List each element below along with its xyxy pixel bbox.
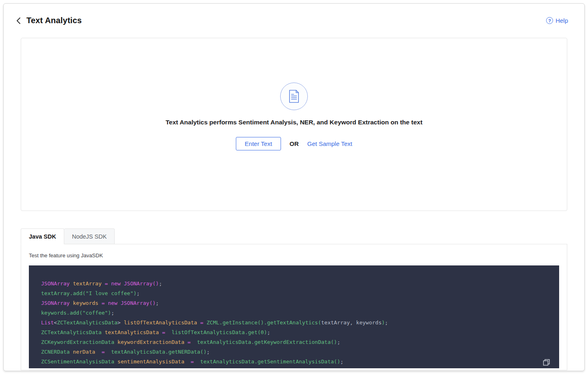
- tab-java-sdk[interactable]: Java SDK: [21, 228, 64, 244]
- tab-nodejs-sdk[interactable]: NodeJS SDK: [64, 228, 115, 244]
- feature-description: Text Analytics performs Sentiment Analys…: [21, 119, 567, 126]
- code-line: ZCTextAnalyticsData textAnalyticsData = …: [41, 328, 547, 337]
- code-line: List<ZCTextAnalyticsData> listOfTextAnal…: [41, 318, 547, 328]
- code-line: JSONArray textArray = new JSONArray();: [41, 279, 547, 289]
- sdk-panel: Test the feature using JavaSDK JSONArray…: [21, 244, 567, 370]
- help-label: Help: [555, 17, 568, 24]
- code-line: ZCKeywordExtractionData keywordExtractio…: [41, 337, 547, 347]
- or-label: OR: [290, 140, 299, 147]
- actions-row: Enter Text OR Get Sample Text: [21, 137, 567, 150]
- code-line: ZCNERData nerData = textAnalyticsData.ge…: [41, 347, 547, 357]
- chevron-left-icon: [16, 17, 21, 24]
- get-sample-text-link[interactable]: Get Sample Text: [307, 140, 353, 147]
- text-input-card: Text Analytics performs Sentiment Analys…: [21, 38, 567, 211]
- header: Text Analytics ? Help: [4, 4, 584, 25]
- enter-text-button[interactable]: Enter Text: [236, 137, 281, 150]
- code-content: JSONArray textArray = new JSONArray();te…: [41, 279, 547, 367]
- code-line: ZCSentimentAnalysisData sentimentAnalysi…: [41, 357, 547, 367]
- help-icon: ?: [546, 17, 553, 24]
- code-block: JSONArray textArray = new JSONArray();te…: [29, 265, 559, 368]
- sdk-tabs: Java SDK NodeJS SDK: [21, 228, 567, 244]
- help-link[interactable]: ? Help: [546, 17, 568, 24]
- document-icon: [280, 83, 308, 110]
- code-line: textArray.add("I love coffee");: [41, 289, 547, 298]
- code-line: keywords.add("coffee");: [41, 308, 547, 318]
- back-button[interactable]: [14, 17, 22, 25]
- page-title: Text Analytics: [26, 16, 82, 25]
- sdk-hint: Test the feature using JavaSDK: [29, 252, 567, 259]
- code-line: JSONArray keywords = new JSONArray();: [41, 298, 547, 308]
- copy-icon[interactable]: [543, 359, 550, 366]
- text-analytics-page: Text Analytics ? Help Text Analytics per…: [3, 3, 585, 371]
